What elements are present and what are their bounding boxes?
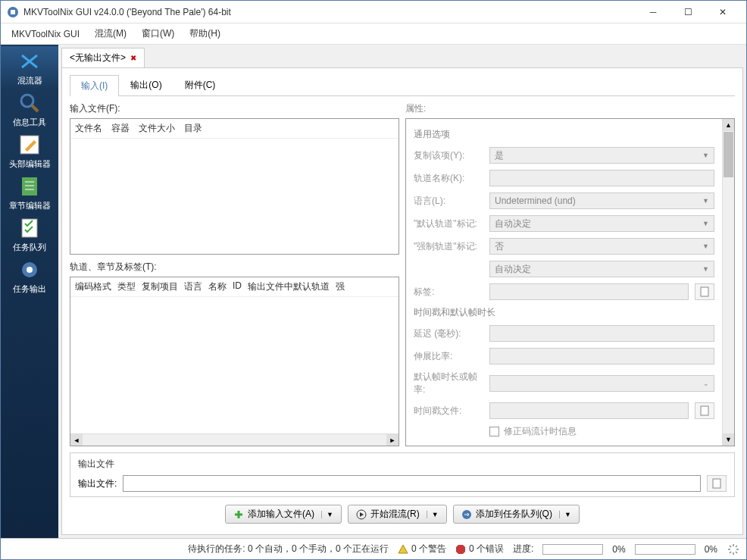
status-errors: 0 个错误 bbox=[469, 543, 504, 555]
fix-bitstream-label: 修正码流计时信息 bbox=[504, 425, 577, 438]
tags-input[interactable] bbox=[489, 283, 689, 300]
svg-rect-13 bbox=[701, 406, 708, 415]
close-icon[interactable]: ✖ bbox=[130, 54, 136, 62]
tracks-hscrollbar[interactable]: ◄ ► bbox=[70, 433, 399, 446]
copy-combo[interactable]: 是▼ bbox=[489, 147, 714, 164]
add-to-queue-button[interactable]: 添加到任务队列(Q) ▼ bbox=[453, 505, 580, 524]
menu-mux[interactable]: 混流(M) bbox=[87, 24, 134, 43]
error-icon bbox=[455, 544, 466, 555]
close-button[interactable]: ✕ bbox=[705, 2, 740, 23]
minimize-button[interactable]: ─ bbox=[636, 2, 670, 23]
add-files-button[interactable]: 添加输入文件(A) ▼ bbox=[225, 505, 342, 524]
chevron-down-icon[interactable]: ▼ bbox=[321, 511, 333, 518]
svg-marker-17 bbox=[456, 545, 465, 554]
menu-help[interactable]: 帮助(H) bbox=[182, 24, 228, 43]
status-warnings: 0 个警告 bbox=[411, 543, 446, 555]
scroll-right-icon[interactable]: ► bbox=[386, 434, 399, 446]
output-label: 输出文件: bbox=[78, 477, 117, 490]
tags-browse-button[interactable] bbox=[695, 283, 714, 300]
sidebar-item-chapter-editor[interactable]: 章节编辑器 bbox=[1, 171, 58, 213]
chevron-down-icon: ▼ bbox=[702, 242, 709, 250]
properties-vscrollbar[interactable]: ▲ ▼ bbox=[722, 119, 734, 446]
checklist-icon bbox=[17, 216, 42, 240]
start-mux-button[interactable]: 开始混流(R) ▼ bbox=[348, 505, 447, 524]
tab-attachments[interactable]: 附件(C) bbox=[173, 74, 227, 95]
spinner-icon bbox=[727, 543, 740, 556]
scroll-left-icon[interactable]: ◄ bbox=[70, 434, 83, 446]
titlebar-text: MKVToolNix GUI v24.0.0 ('Beyond The Pale… bbox=[23, 7, 636, 17]
file-icon bbox=[699, 405, 710, 416]
sidebar-item-job-queue[interactable]: 任务队列 bbox=[1, 213, 58, 255]
muxer-icon bbox=[17, 49, 42, 74]
chevron-down-icon[interactable]: ▼ bbox=[559, 511, 571, 518]
track-name-input[interactable] bbox=[489, 170, 714, 186]
properties-label: 属性: bbox=[405, 102, 735, 115]
chevron-down-icon: ⌄ bbox=[703, 380, 709, 387]
properties-panel: 通用选项 复制该项(Y): 是▼ 轨道名称(K): 语言(L): bbox=[405, 118, 735, 446]
default-flag-combo[interactable]: 自动决定▼ bbox=[489, 215, 714, 232]
default-duration-combo[interactable]: ⌄ bbox=[489, 375, 714, 392]
file-icon bbox=[711, 478, 722, 489]
timestamp-file-input[interactable] bbox=[489, 402, 689, 419]
scroll-down-icon[interactable]: ▼ bbox=[723, 433, 734, 446]
unnamed-combo[interactable]: 自动决定▼ bbox=[489, 261, 714, 277]
stretch-input[interactable] bbox=[489, 348, 714, 364]
menu-mkvtoolnix[interactable]: MKVToolNix GUI bbox=[4, 26, 87, 42]
forced-flag-label: "强制轨道"标记: bbox=[414, 240, 483, 253]
stretch-label: 伸展比率: bbox=[414, 350, 483, 363]
play-icon bbox=[356, 509, 367, 520]
chevron-down-icon: ▼ bbox=[702, 152, 709, 159]
chevron-down-icon[interactable]: ▼ bbox=[427, 511, 439, 518]
fix-bitstream-checkbox[interactable] bbox=[489, 427, 499, 436]
scroll-up-icon[interactable]: ▲ bbox=[723, 119, 734, 131]
tags-label: 标签: bbox=[414, 286, 483, 299]
svg-rect-5 bbox=[22, 177, 37, 196]
sidebar-item-muxer[interactable]: 混流器 bbox=[1, 46, 58, 88]
warning-icon bbox=[398, 544, 408, 555]
progress-label: 进度: bbox=[513, 543, 533, 555]
delay-input[interactable] bbox=[489, 325, 714, 342]
tracks-list[interactable]: 编码格式 类型 复制项目 语言 名称 ID 输出文件中默认轨道 强 bbox=[70, 277, 399, 446]
chevron-down-icon: ▼ bbox=[702, 220, 709, 227]
track-name-label: 轨道名称(K): bbox=[414, 172, 483, 185]
progress-percent-2: 0% bbox=[705, 544, 717, 555]
tab-output[interactable]: 输出(O) bbox=[119, 74, 173, 95]
input-files-header: 文件名 容器 文件大小 目录 bbox=[70, 119, 399, 139]
sidebar-item-header-editor[interactable]: 头部编辑器 bbox=[1, 130, 58, 171]
copy-label: 复制该项(Y): bbox=[414, 149, 483, 162]
content-area: <无输出文件> ✖ 输入(I) 输出(O) 附件(C) 输入文件(F): 文件名… bbox=[58, 45, 746, 538]
gear-icon bbox=[17, 258, 42, 282]
sidebar-item-info[interactable]: 信息工具 bbox=[1, 88, 58, 130]
language-combo[interactable]: Undetermined (und)▼ bbox=[489, 192, 714, 209]
svg-rect-14 bbox=[713, 479, 720, 488]
maximize-button[interactable]: ☐ bbox=[670, 2, 705, 23]
queue-icon bbox=[461, 509, 472, 520]
general-options-title: 通用选项 bbox=[414, 128, 714, 141]
svg-point-2 bbox=[21, 95, 33, 107]
tab-input[interactable]: 输入(I) bbox=[70, 75, 119, 96]
tracks-header: 编码格式 类型 复制项目 语言 名称 ID 输出文件中默认轨道 强 bbox=[70, 277, 399, 297]
svg-line-25 bbox=[736, 546, 737, 547]
progress-bar-2 bbox=[635, 544, 695, 555]
progress-bar-1 bbox=[542, 544, 603, 555]
chevron-down-icon: ▼ bbox=[702, 197, 709, 205]
menu-window[interactable]: 窗口(W) bbox=[134, 24, 182, 43]
input-files-list[interactable]: 文件名 容器 文件大小 目录 bbox=[70, 118, 399, 255]
timestamp-browse-button[interactable] bbox=[695, 402, 714, 419]
file-tab-label: <无输出文件> bbox=[70, 52, 126, 64]
menubar: MKVToolNix GUI 混流(M) 窗口(W) 帮助(H) bbox=[1, 23, 746, 45]
file-tab[interactable]: <无输出文件> ✖ bbox=[61, 48, 145, 67]
forced-flag-combo[interactable]: 否▼ bbox=[489, 238, 714, 255]
scrollbar-thumb[interactable] bbox=[724, 132, 733, 177]
sidebar: 混流器 信息工具 头部编辑器 章节编辑器 任务队列 任务输出 bbox=[1, 45, 58, 538]
svg-rect-9 bbox=[22, 219, 37, 237]
output-file-input[interactable] bbox=[123, 475, 701, 492]
chevron-down-icon: ▼ bbox=[702, 265, 709, 273]
svg-line-22 bbox=[730, 546, 731, 547]
output-browse-button[interactable] bbox=[707, 475, 727, 492]
output-title: 输出文件 bbox=[78, 458, 727, 471]
sidebar-item-job-output[interactable]: 任务输出 bbox=[1, 255, 58, 296]
titlebar: MKVToolNix GUI v24.0.0 ('Beyond The Pale… bbox=[1, 1, 746, 23]
svg-rect-1 bbox=[11, 10, 15, 14]
language-label: 语言(L): bbox=[414, 195, 483, 208]
